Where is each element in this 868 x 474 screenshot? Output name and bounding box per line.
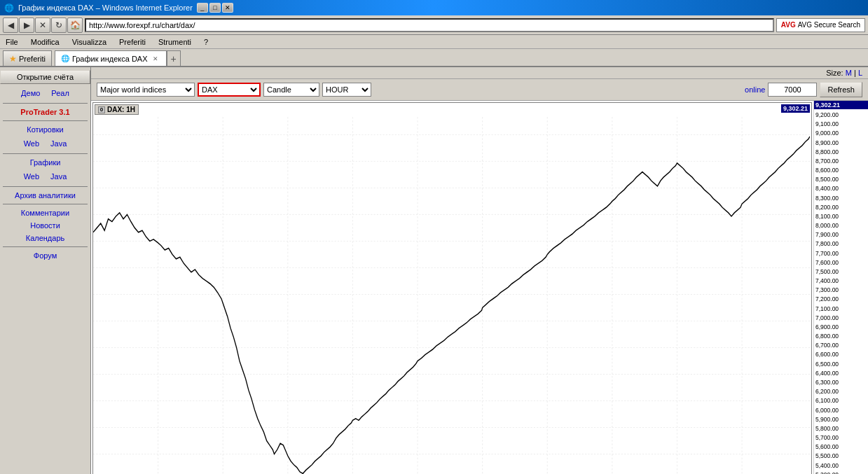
sidebar-real-link[interactable]: Реал bbox=[48, 87, 72, 99]
price-7300: 7,300.00 bbox=[815, 286, 868, 295]
sidebar-java2-link[interactable]: Java bbox=[48, 170, 69, 183]
size-m-link[interactable]: M bbox=[846, 69, 852, 77]
size-l-link[interactable]: L bbox=[858, 69, 862, 77]
price-8000: 8,000.00 bbox=[815, 221, 868, 230]
index-select[interactable]: Major world indices bbox=[97, 83, 195, 97]
price-5700: 5,700.00 bbox=[815, 433, 868, 442]
price-6000: 6,000.00 bbox=[815, 406, 868, 415]
menu-modifica[interactable]: Modifica bbox=[28, 37, 62, 47]
interval-select[interactable]: HOUR DAY WEEK bbox=[322, 83, 371, 97]
svg-rect-0 bbox=[93, 117, 810, 474]
price-6500: 6,500.00 bbox=[815, 360, 868, 369]
forward-button[interactable]: ▶ bbox=[19, 18, 34, 33]
sidebar-protrader-link[interactable]: ProTrader 3.1 bbox=[0, 106, 90, 118]
menu-help[interactable]: ? bbox=[201, 37, 211, 47]
price-9000: 9,000.00 bbox=[815, 129, 868, 138]
size-bar: Size: M | L bbox=[91, 67, 868, 79]
price-9200: 9,200.00 bbox=[815, 111, 868, 120]
stop-button[interactable]: ✕ bbox=[35, 18, 50, 33]
sidebar-comments-link[interactable]: Комментарии bbox=[0, 207, 90, 219]
price-8300: 8,300.00 bbox=[815, 194, 868, 203]
title-bar: 🌐 График индекса DAX – Windows Internet … bbox=[0, 0, 868, 15]
price-9100: 9,100.00 bbox=[815, 120, 868, 129]
menu-bar: File Modifica Visualizza Preferiti Strum… bbox=[0, 35, 868, 49]
home-button[interactable]: 🏠 bbox=[67, 18, 83, 33]
web-java-row1: Web Java bbox=[0, 136, 90, 151]
price-5800: 5,800.00 bbox=[815, 424, 868, 433]
price-6900: 6,900.00 bbox=[815, 323, 868, 332]
sidebar-news-link[interactable]: Новости bbox=[0, 219, 90, 232]
window-title: График индекса DAX – Windows Internet Ex… bbox=[18, 4, 193, 12]
demo-real-row: Демо Реал bbox=[0, 85, 90, 101]
star-icon: ★ bbox=[9, 54, 17, 64]
chart-svg bbox=[93, 117, 810, 474]
price-6200: 6,200.00 bbox=[815, 387, 868, 396]
favorites-button[interactable]: ★ Preferiti bbox=[3, 50, 52, 66]
sidebar-divider-3 bbox=[3, 153, 88, 154]
refresh-nav-button[interactable]: ↻ bbox=[51, 18, 67, 33]
symbol-select[interactable]: DAX bbox=[198, 83, 261, 97]
price-7400: 7,400.00 bbox=[815, 277, 868, 286]
price-8500: 8,500.00 bbox=[815, 175, 868, 184]
back-button[interactable]: ◀ bbox=[3, 18, 18, 33]
tab-close-button[interactable]: ✕ bbox=[151, 54, 160, 64]
price-7600: 7,600.00 bbox=[815, 258, 868, 267]
favorites-label: Preferiti bbox=[19, 55, 46, 63]
menu-strumenti[interactable]: Strumenti bbox=[156, 37, 194, 47]
menu-preferiti[interactable]: Preferiti bbox=[116, 37, 149, 47]
main-content: Открытие счёта Демо Реал ProTrader 3.1 К… bbox=[0, 67, 868, 474]
sidebar-charts-link[interactable]: Графики bbox=[0, 156, 90, 169]
open-account-button[interactable]: Открытие счёта bbox=[0, 70, 90, 84]
price-8200: 8,200.00 bbox=[815, 203, 868, 212]
controls-bar: Major world indices DAX Candle Line Bar … bbox=[91, 79, 868, 101]
price-7200: 7,200.00 bbox=[815, 295, 868, 304]
price-8900: 8,900.00 bbox=[815, 139, 868, 148]
minimize-button[interactable]: _ bbox=[197, 3, 208, 13]
sidebar-calendar-link[interactable]: Календарь bbox=[0, 232, 90, 244]
price-7500: 7,500.00 bbox=[815, 267, 868, 277]
sidebar-quotes-link[interactable]: Котировки bbox=[0, 123, 90, 136]
close-button[interactable]: ✕ bbox=[222, 3, 233, 13]
price-7700: 7,700.00 bbox=[815, 249, 868, 258]
sidebar-demo-link[interactable]: Демо bbox=[18, 87, 43, 99]
price-input[interactable] bbox=[768, 83, 817, 97]
price-8400: 8,400.00 bbox=[815, 184, 868, 193]
new-tab-button[interactable]: + bbox=[167, 50, 181, 66]
avg-icon: AVG bbox=[781, 21, 796, 29]
url-input[interactable] bbox=[85, 18, 774, 32]
chart-type-select[interactable]: Candle Line Bar bbox=[263, 83, 319, 97]
price-5900: 5,900.00 bbox=[815, 415, 868, 424]
browser-icon: 🌐 bbox=[4, 4, 14, 13]
nav-buttons: ◀ ▶ ✕ ↻ 🏠 bbox=[3, 18, 83, 33]
sidebar-forum-link[interactable]: Форум bbox=[0, 249, 90, 262]
chart-container: 0 DAX: 1H 9,302.21 bbox=[91, 101, 868, 474]
avg-search-label: AVG Secure Search bbox=[798, 21, 860, 29]
chart-canvas-area: 0 DAX: 1H 9,302.21 bbox=[92, 102, 812, 474]
address-bar: ◀ ▶ ✕ ↻ 🏠 AVG AVG Secure Search bbox=[0, 15, 868, 35]
menu-visualizza[interactable]: Visualizza bbox=[69, 37, 109, 47]
menu-file[interactable]: File bbox=[3, 37, 21, 47]
chart-title-bar: 0 DAX: 1H bbox=[95, 104, 139, 115]
price-8800: 8,800.00 bbox=[815, 148, 868, 157]
sidebar-divider-6 bbox=[3, 246, 88, 247]
current-price-badge: 9,302.21 bbox=[781, 104, 810, 113]
refresh-button[interactable]: Refresh bbox=[820, 82, 862, 97]
sidebar-divider-1 bbox=[3, 103, 88, 104]
chart-title-icon: 0 bbox=[98, 106, 105, 113]
sidebar-divider-5 bbox=[3, 204, 88, 204]
tab-dax[interactable]: 🌐 График индекса DAX ✕ bbox=[55, 50, 167, 66]
sidebar-divider-2 bbox=[3, 120, 88, 121]
size-label: Size: bbox=[826, 69, 843, 77]
sidebar-web2-link[interactable]: Web bbox=[21, 170, 42, 183]
sidebar-analytics-link[interactable]: Архив аналитики bbox=[0, 189, 90, 202]
window-controls: _ □ ✕ bbox=[197, 3, 233, 13]
sidebar-web1-link[interactable]: Web bbox=[21, 137, 42, 150]
online-link[interactable]: online bbox=[745, 85, 765, 94]
price-5400: 5,400.00 bbox=[815, 461, 868, 470]
price-8600: 8,600.00 bbox=[815, 166, 868, 175]
sidebar-java1-link[interactable]: Java bbox=[48, 137, 69, 150]
price-6300: 6,300.00 bbox=[815, 378, 868, 387]
price-5600: 5,600.00 bbox=[815, 442, 868, 452]
price-badge: 9,302.21 bbox=[814, 101, 868, 109]
maximize-button[interactable]: □ bbox=[209, 3, 221, 13]
